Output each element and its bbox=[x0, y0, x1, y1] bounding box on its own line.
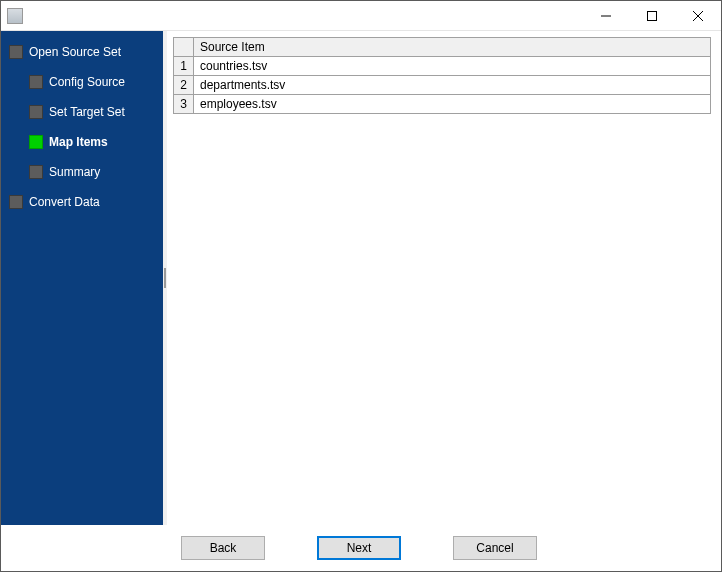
sidebar-item-label: Set Target Set bbox=[49, 105, 125, 119]
source-item-table: Source Item 1 countries.tsv 2 department… bbox=[173, 37, 711, 114]
step-box-icon bbox=[29, 165, 43, 179]
step-box-icon bbox=[29, 75, 43, 89]
sidebar-item-label: Convert Data bbox=[29, 195, 100, 209]
sidebar-item-label: Open Source Set bbox=[29, 45, 121, 59]
sidebar-item-open-source-set[interactable]: Open Source Set bbox=[1, 41, 163, 63]
close-button[interactable] bbox=[675, 1, 721, 30]
svg-rect-1 bbox=[648, 11, 657, 20]
back-button[interactable]: Back bbox=[181, 536, 265, 560]
titlebar bbox=[1, 1, 721, 31]
maximize-button[interactable] bbox=[629, 1, 675, 30]
column-header-source-item[interactable]: Source Item bbox=[194, 38, 711, 57]
sidebar-item-set-target-set[interactable]: Set Target Set bbox=[1, 101, 163, 123]
sidebar-item-map-items[interactable]: Map Items bbox=[1, 131, 163, 153]
next-button[interactable]: Next bbox=[317, 536, 401, 560]
row-number-header bbox=[174, 38, 194, 57]
step-box-icon bbox=[9, 45, 23, 59]
sidebar-item-label: Config Source bbox=[49, 75, 125, 89]
sidebar-item-summary[interactable]: Summary bbox=[1, 161, 163, 183]
wizard-button-bar: Back Next Cancel bbox=[1, 525, 721, 571]
minimize-button[interactable] bbox=[583, 1, 629, 30]
table-row[interactable]: 1 countries.tsv bbox=[174, 57, 711, 76]
row-number: 3 bbox=[174, 95, 194, 114]
step-box-icon bbox=[29, 105, 43, 119]
content-area: Open Source Set Config Source Set Target… bbox=[1, 31, 721, 525]
table-row[interactable]: 3 employees.tsv bbox=[174, 95, 711, 114]
row-number: 2 bbox=[174, 76, 194, 95]
source-item-cell[interactable]: departments.tsv bbox=[194, 76, 711, 95]
sidebar-item-label: Summary bbox=[49, 165, 100, 179]
window-controls bbox=[583, 1, 721, 30]
app-window: Open Source Set Config Source Set Target… bbox=[0, 0, 722, 572]
app-icon bbox=[7, 8, 23, 24]
row-number: 1 bbox=[174, 57, 194, 76]
cancel-button[interactable]: Cancel bbox=[453, 536, 537, 560]
sidebar-item-label: Map Items bbox=[49, 135, 108, 149]
main-panel: Source Item 1 countries.tsv 2 department… bbox=[167, 31, 721, 525]
sidebar-item-convert-data[interactable]: Convert Data bbox=[1, 191, 163, 213]
source-item-cell[interactable]: countries.tsv bbox=[194, 57, 711, 76]
table-row[interactable]: 2 departments.tsv bbox=[174, 76, 711, 95]
wizard-sidebar: Open Source Set Config Source Set Target… bbox=[1, 31, 163, 525]
step-box-icon bbox=[29, 135, 43, 149]
titlebar-left bbox=[1, 8, 23, 24]
sidebar-item-config-source[interactable]: Config Source bbox=[1, 71, 163, 93]
step-box-icon bbox=[9, 195, 23, 209]
splitter[interactable] bbox=[163, 31, 167, 525]
source-item-cell[interactable]: employees.tsv bbox=[194, 95, 711, 114]
